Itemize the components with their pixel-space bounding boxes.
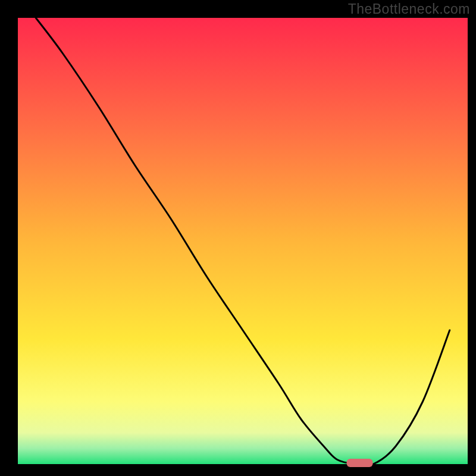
chart-frame: TheBottleneck.com xyxy=(0,0,476,476)
optimal-marker xyxy=(347,459,373,467)
bottleneck-chart xyxy=(0,0,476,476)
plot-background xyxy=(18,18,468,464)
watermark-text: TheBottleneck.com xyxy=(348,1,470,17)
